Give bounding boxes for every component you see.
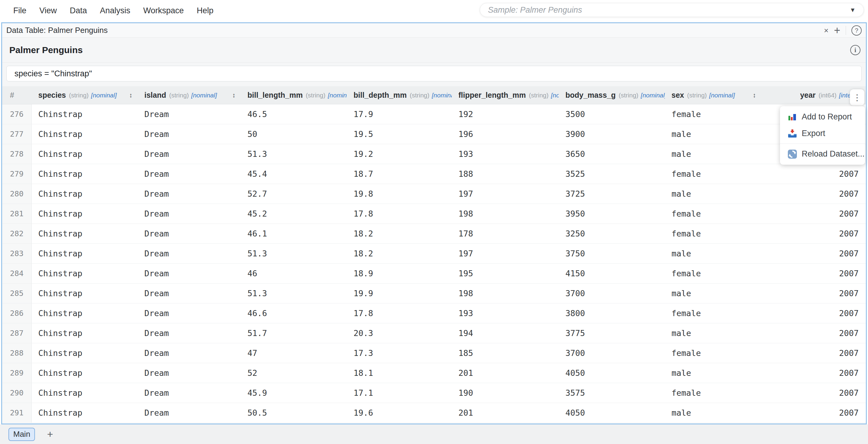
row-number: 279 <box>2 164 32 184</box>
column-header-body_mass_g[interactable]: body_mass_g(string)[nominal]↕ <box>559 86 665 104</box>
cell-bill_depth_mm: 17.9 <box>347 105 452 124</box>
column-header-bill_length_mm[interactable]: bill_length_mm(string)[nominal] <box>241 86 347 104</box>
cell-body_mass_g: 3525 <box>559 164 665 184</box>
context-menu-item-reload-dataset[interactable]: Reload Dataset... <box>780 146 865 162</box>
tab-main[interactable]: Main <box>8 428 35 441</box>
bar-chart-icon <box>787 112 798 122</box>
column-menu-button[interactable]: ⋮ <box>850 89 864 106</box>
help-icon[interactable]: ? <box>851 25 862 36</box>
info-icon[interactable]: i <box>850 45 861 55</box>
cell-species: Chinstrap <box>32 184 138 204</box>
cell-body_mass_g: 3775 <box>559 323 665 343</box>
menu-divider <box>780 144 865 144</box>
column-semantic: [nominal] <box>91 92 117 99</box>
context-menu: Add to ReportExportReload Dataset... <box>780 106 865 165</box>
menu-item-analysis[interactable]: Analysis <box>100 6 130 16</box>
column-name: island <box>144 91 166 99</box>
row-number: 281 <box>2 204 32 224</box>
cell-bill_length_mm: 51.3 <box>241 284 347 303</box>
menu-item-view[interactable]: View <box>39 6 57 16</box>
cell-body_mass_g: 4050 <box>559 403 665 422</box>
sort-icon[interactable]: ↕ <box>232 92 236 99</box>
table-row: 280ChinstrapDream52.719.81973725male2007 <box>2 184 866 204</box>
cell-year: 2007 <box>761 244 866 263</box>
cell-bill_depth_mm: 18.2 <box>347 224 452 243</box>
cell-species: Chinstrap <box>32 224 138 243</box>
cell-sex: female <box>665 224 761 243</box>
cell-body_mass_g: 4150 <box>559 264 665 283</box>
cell-year: 2007 <box>761 303 866 323</box>
menu-item-file[interactable]: File <box>13 6 27 16</box>
cell-flipper_length_mm: 178 <box>452 224 559 243</box>
add-tab-button[interactable]: + <box>47 428 53 440</box>
cell-sex: female <box>665 264 761 283</box>
column-name: bill_depth_mm <box>353 91 407 99</box>
row-number: 280 <box>2 184 32 204</box>
table-row: 288ChinstrapDream4717.31853700female2007 <box>2 343 866 363</box>
row-number: 285 <box>2 284 32 303</box>
sort-icon[interactable]: ↕ <box>753 92 756 99</box>
row-number: 283 <box>2 244 32 263</box>
table-row: 277ChinstrapDream5019.51963900male2007 <box>2 124 866 144</box>
table-row: 278ChinstrapDream51.319.21933650male2007 <box>2 144 866 164</box>
cell-flipper_length_mm: 193 <box>452 303 559 323</box>
row-number: 286 <box>2 303 32 323</box>
cell-flipper_length_mm: 197 <box>452 244 559 263</box>
row-number: 289 <box>2 363 32 383</box>
cell-species: Chinstrap <box>32 363 138 383</box>
sample-selector[interactable]: Sample: Palmer Penguins ▼ <box>480 3 864 17</box>
context-menu-item-add-to-report[interactable]: Add to Report <box>780 109 865 125</box>
row-number: 276 <box>2 105 32 124</box>
table-row: 285ChinstrapDream51.319.91983700male2007 <box>2 284 866 303</box>
cell-bill_depth_mm: 17.8 <box>347 303 452 323</box>
cell-body_mass_g: 3800 <box>559 303 665 323</box>
add-panel-icon[interactable]: + <box>834 25 840 36</box>
table-row: 279ChinstrapDream45.418.71883525female20… <box>2 164 866 184</box>
cell-bill_length_mm: 46.5 <box>241 105 347 124</box>
column-semantic: [nominal] <box>191 92 217 99</box>
cell-body_mass_g: 3250 <box>559 224 665 243</box>
menu-item-data[interactable]: Data <box>70 6 87 16</box>
filter-input[interactable] <box>6 66 862 82</box>
cell-body_mass_g: 3700 <box>559 343 665 363</box>
cell-sex: male <box>665 144 761 164</box>
cell-bill_depth_mm: 18.7 <box>347 164 452 184</box>
menu-item-workspace[interactable]: Workspace <box>143 6 184 16</box>
menu-item-help[interactable]: Help <box>197 6 214 16</box>
export-tray-icon <box>787 128 798 139</box>
menu-bar: FileViewDataAnalysisWorkspaceHelp Sample… <box>0 0 868 21</box>
column-header-bill_depth_mm[interactable]: bill_depth_mm(string)[nominal]↕ <box>347 86 452 104</box>
cell-body_mass_g: 4050 <box>559 363 665 383</box>
column-dtype: (string) <box>410 92 429 99</box>
column-header-island[interactable]: island(string)[nominal]↕ <box>138 86 241 104</box>
cell-flipper_length_mm: 190 <box>452 383 559 403</box>
close-icon[interactable]: × <box>824 27 829 34</box>
table-row: 282ChinstrapDream46.118.21783250female20… <box>2 224 866 244</box>
cell-island: Dream <box>138 105 241 124</box>
column-name: flipper_length_mm <box>458 91 526 99</box>
cell-body_mass_g: 3725 <box>559 184 665 204</box>
column-dtype: (string) <box>619 92 638 99</box>
column-dtype: (string) <box>306 92 325 99</box>
row-number: 278 <box>2 144 32 164</box>
row-number-header: # <box>2 86 32 104</box>
cell-island: Dream <box>138 284 241 303</box>
cell-body_mass_g: 3950 <box>559 204 665 224</box>
column-semantic: [nominal] <box>328 92 347 99</box>
column-name: year <box>800 91 815 99</box>
column-dtype: (int64) <box>818 92 837 99</box>
cell-bill_length_mm: 50.5 <box>241 403 347 422</box>
cell-bill_length_mm: 45.9 <box>241 383 347 403</box>
table-row: 290ChinstrapDream45.917.11903575female20… <box>2 383 866 403</box>
menu-item-label: Reload Dataset... <box>802 149 865 159</box>
context-menu-item-export[interactable]: Export <box>780 125 865 142</box>
column-header-species[interactable]: species(string)[nominal]↕ <box>32 86 138 104</box>
column-dtype: (string) <box>687 92 707 99</box>
cell-year: 2007 <box>761 363 866 383</box>
row-number: 284 <box>2 264 32 283</box>
column-header-sex[interactable]: sex(string)[nominal]↕ <box>665 86 761 104</box>
column-header-flipper_length_mm[interactable]: flipper_length_mm(string)[nominal] <box>452 86 559 104</box>
cell-year: 2007 <box>761 383 866 403</box>
cell-year: 2007 <box>761 204 866 224</box>
sort-icon[interactable]: ↕ <box>129 92 133 99</box>
